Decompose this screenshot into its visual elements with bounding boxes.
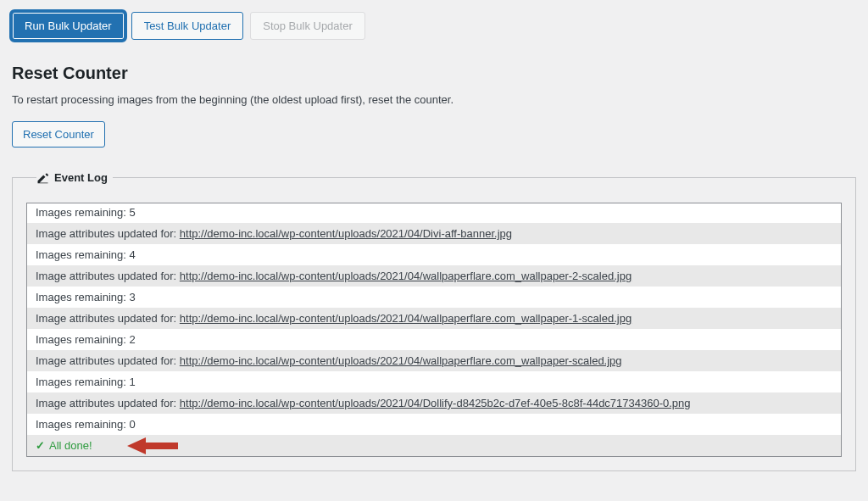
log-updated-link[interactable]: http://demo-inc.local/wp-content/uploads…: [180, 354, 622, 367]
event-log-legend: Event Log: [36, 171, 113, 184]
log-updated-label: Image attributes updated for:: [36, 270, 180, 282]
log-row: Image attributes updated for: http://dem…: [27, 223, 841, 244]
log-remaining-label: Images remaining:: [36, 248, 130, 261]
log-remaining-count: 0: [130, 418, 136, 431]
log-updated-label: Image attributes updated for:: [36, 312, 180, 325]
log-row: Images remaining: 0: [27, 414, 841, 435]
log-updated-link[interactable]: http://demo-inc.local/wp-content/uploads…: [180, 312, 632, 325]
event-log-scroll[interactable]: Images remaining: 5Image attributes upda…: [27, 203, 841, 456]
log-updated-link[interactable]: http://demo-inc.local/wp-content/uploads…: [180, 397, 691, 409]
log-row: Images remaining: 3: [27, 287, 841, 308]
edit-icon: [36, 171, 49, 184]
log-remaining-count: 4: [130, 248, 136, 261]
log-done-text: All done!: [49, 439, 92, 452]
log-updated-label: Image attributes updated for:: [36, 227, 180, 240]
event-log-title: Event Log: [54, 171, 108, 184]
annotation-arrow-icon: [127, 436, 178, 456]
log-remaining-label: Images remaining:: [36, 206, 130, 219]
stop-bulk-updater-button: Stop Bulk Updater: [250, 12, 365, 40]
run-bulk-updater-button[interactable]: Run Bulk Updater: [12, 12, 125, 40]
log-row: Image attributes updated for: http://dem…: [27, 308, 841, 329]
log-remaining-label: Images remaining:: [36, 333, 130, 346]
log-row: Images remaining: 4: [27, 244, 841, 265]
log-row: Images remaining: 5: [27, 203, 841, 223]
log-updated-label: Image attributes updated for:: [36, 397, 180, 409]
reset-counter-heading: Reset Counter: [12, 64, 856, 83]
log-row: Image attributes updated for: http://dem…: [27, 265, 841, 287]
reset-counter-button[interactable]: Reset Counter: [12, 121, 105, 148]
log-updated-label: Image attributes updated for:: [36, 354, 180, 367]
action-button-row: Run Bulk Updater Test Bulk Updater Stop …: [12, 12, 856, 40]
event-log-panel: Event Log Images remaining: 5Image attri…: [12, 171, 856, 471]
log-remaining-label: Images remaining:: [36, 376, 130, 388]
reset-counter-description: To restart processing images from the be…: [12, 93, 856, 106]
log-remaining-label: Images remaining:: [36, 291, 130, 303]
log-updated-link[interactable]: http://demo-inc.local/wp-content/uploads…: [180, 227, 512, 240]
log-row: Images remaining: 2: [27, 329, 841, 350]
event-log-container: Images remaining: 5Image attributes upda…: [26, 203, 842, 457]
log-row: Image attributes updated for: http://dem…: [27, 350, 841, 371]
log-remaining-count: 1: [130, 376, 136, 388]
check-icon: ✓: [36, 439, 45, 452]
log-remaining-count: 5: [130, 206, 136, 219]
log-row: Images remaining: 1: [27, 371, 841, 392]
log-remaining-count: 2: [130, 333, 136, 346]
test-bulk-updater-button[interactable]: Test Bulk Updater: [131, 12, 244, 40]
log-row: Image attributes updated for: http://dem…: [27, 392, 841, 414]
log-updated-link[interactable]: http://demo-inc.local/wp-content/uploads…: [180, 270, 632, 282]
log-row: ✓All done!: [27, 435, 841, 456]
log-remaining-label: Images remaining:: [36, 418, 130, 431]
svg-marker-0: [127, 437, 178, 454]
log-remaining-count: 3: [130, 291, 136, 303]
